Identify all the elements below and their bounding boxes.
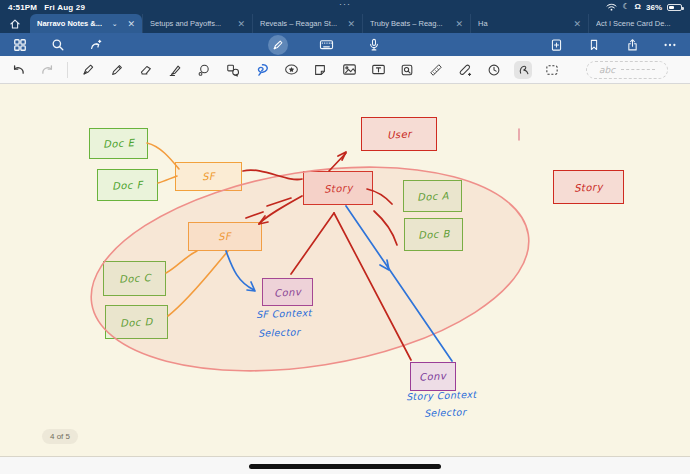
main-toolbar xyxy=(0,33,690,56)
node-doc-e: Doc E xyxy=(89,128,148,159)
wifi-icon xyxy=(606,3,617,11)
node-doc-b: Doc B xyxy=(404,218,463,251)
node-user: User xyxy=(361,117,437,151)
add-page-icon[interactable] xyxy=(546,35,566,55)
caption-sf-context-line1: SF Context xyxy=(256,307,312,320)
app-window: 4:51PM Fri Aug 29 ··· ☾ Ω 36% Narravo No… xyxy=(0,0,690,475)
node-doc-d: Doc D xyxy=(105,305,168,339)
node-conv-1: Conv xyxy=(262,278,313,306)
clock-time: 4:51PM xyxy=(8,3,37,12)
close-tab-icon[interactable]: ✕ xyxy=(455,19,463,29)
scan-icon[interactable] xyxy=(398,61,416,79)
home-indicator[interactable] xyxy=(249,464,441,469)
note-canvas[interactable]: Doc E Doc F SF User Story Doc A Doc B St… xyxy=(0,84,690,457)
bookmark-icon[interactable] xyxy=(584,35,604,55)
tab-narravo-notes[interactable]: Narravo Notes &... ⌄ ✕ xyxy=(30,14,142,33)
laser-pointer-icon[interactable] xyxy=(514,61,532,79)
keyboard-icon[interactable] xyxy=(316,35,336,55)
shape-tool-icon[interactable] xyxy=(195,61,213,79)
sticky-note-icon[interactable] xyxy=(311,61,329,79)
share-icon[interactable] xyxy=(622,35,642,55)
stickers-icon[interactable] xyxy=(282,61,300,79)
caption-story-context-line2: Selector xyxy=(424,406,467,418)
tab-bar: Narravo Notes &... ⌄ ✕ Setups and Payoff… xyxy=(0,14,690,33)
node-story-2: Story xyxy=(553,170,624,204)
node-doc-c: Doc C xyxy=(103,261,166,296)
handwriting-label: abc xyxy=(599,65,615,75)
node-sf-2: SF xyxy=(188,222,262,251)
node-conv-2: Conv xyxy=(410,362,456,391)
lasso-icon[interactable] xyxy=(253,61,271,79)
tab-act1-scene-card[interactable]: Act I Scene Card De... xyxy=(588,14,690,33)
tab-label: Setups and Payoffs... xyxy=(150,19,221,28)
chevron-down-icon[interactable]: ⌄ xyxy=(112,20,118,28)
eraser-icon[interactable] xyxy=(137,61,155,79)
caption-story-context-line1: Story Context xyxy=(406,389,477,402)
ruler-icon[interactable] xyxy=(427,61,445,79)
clock-date: Fri Aug 29 xyxy=(44,3,85,12)
toolbar-divider xyxy=(67,62,68,78)
tab-setups-and-payoffs[interactable]: Setups and Payoffs... ✕ xyxy=(142,14,252,33)
undo-icon[interactable] xyxy=(9,61,27,79)
tools-toolbar: abc xyxy=(0,56,690,84)
redo-icon[interactable] xyxy=(38,61,56,79)
tab-label: Narravo Notes &... xyxy=(37,19,102,28)
clock-icon[interactable] xyxy=(485,61,503,79)
pen-mode-icon[interactable] xyxy=(268,35,288,55)
tab-truby-beats[interactable]: Truby Beats – Reag... ✕ xyxy=(362,14,470,33)
page-indicator[interactable]: 4 of 5 xyxy=(42,429,78,444)
close-tab-icon[interactable]: ✕ xyxy=(127,19,135,29)
pencil-icon[interactable] xyxy=(108,61,126,79)
scroll-gesture-icon[interactable] xyxy=(86,35,106,55)
status-bar: 4:51PM Fri Aug 29 ··· ☾ Ω 36% xyxy=(0,0,690,14)
dashed-selection-icon[interactable] xyxy=(543,61,561,79)
highlighter-icon[interactable] xyxy=(166,61,184,79)
close-tab-icon[interactable]: ✕ xyxy=(237,19,245,29)
tab-label: Ha xyxy=(478,19,488,28)
text-box-icon[interactable] xyxy=(369,61,387,79)
bottom-strip xyxy=(0,457,690,474)
caption-sf-context-line2: Selector xyxy=(258,326,301,338)
tab-reveals-reagan[interactable]: Reveals – Reagan St... ✕ xyxy=(252,14,362,33)
handwriting-field[interactable]: abc xyxy=(586,61,668,79)
grid-icon[interactable] xyxy=(10,35,30,55)
node-doc-f: Doc F xyxy=(97,169,158,201)
elements-icon[interactable] xyxy=(224,61,242,79)
microphone-icon[interactable] xyxy=(364,35,384,55)
battery-icon xyxy=(667,4,682,11)
home-button[interactable] xyxy=(0,14,30,33)
handwriting-dashes xyxy=(621,69,655,70)
more-icon[interactable] xyxy=(660,35,680,55)
tab-ha[interactable]: Ha ✕ xyxy=(470,14,588,33)
moon-icon: ☾ xyxy=(622,3,629,11)
tab-label: Act I Scene Card De... xyxy=(596,19,671,28)
close-tab-icon[interactable]: ✕ xyxy=(347,19,355,29)
node-doc-a: Doc A xyxy=(403,180,462,212)
fountain-pen-icon[interactable] xyxy=(79,61,97,79)
node-story: Story xyxy=(303,171,373,205)
node-sf-1: SF xyxy=(175,162,242,191)
headphones-icon: Ω xyxy=(635,3,641,11)
search-icon[interactable] xyxy=(48,35,68,55)
tab-label: Truby Beats – Reag... xyxy=(370,19,443,28)
multitasking-dots-icon: ··· xyxy=(339,0,351,8)
tab-label: Reveals – Reagan St... xyxy=(260,19,337,28)
close-tab-icon[interactable]: ✕ xyxy=(573,19,581,29)
tape-icon[interactable] xyxy=(456,61,474,79)
image-icon[interactable] xyxy=(340,61,358,79)
battery-percent: 36% xyxy=(646,3,662,12)
